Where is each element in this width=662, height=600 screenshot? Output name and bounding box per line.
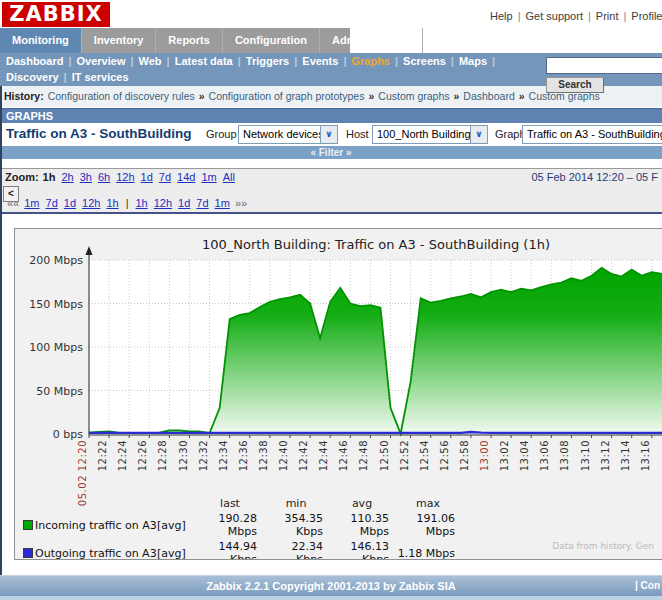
nav-fwd-12h[interactable]: 12h [154,197,172,209]
legend-value: 354.35 Kbps [263,512,329,538]
sub-menu-item-dashboard[interactable]: Dashboard [6,55,63,67]
zoom-option-3h[interactable]: 3h [80,171,92,183]
legend-series-name: Outgoing traffic on A3 [35,547,157,560]
group-label: Group [206,128,237,140]
x-axis-label-13-10: 13:10 [580,440,592,471]
link-separator: | [68,55,71,67]
zoom-option-14d[interactable]: 14d [177,171,195,183]
legend-series-fn: [avg] [157,547,197,560]
host-select-value: 100_North Building [373,126,470,143]
tab-inventory[interactable]: Inventory [82,28,157,53]
host-select[interactable]: 100_North Building ∨ [372,125,488,144]
nav-back-1m[interactable]: 1m [24,197,39,209]
nav-back-7d[interactable]: 7d [46,197,58,209]
x-axis-label-12-58: 12:58 [459,440,471,471]
chevron-down-icon[interactable]: ∨ [470,126,487,143]
link-separator: | [588,10,591,22]
zoom-option-1d[interactable]: 1d [141,171,153,183]
search-input[interactable] [546,57,662,74]
link-separator: | [238,55,241,67]
nav-fwd-1m[interactable]: 1m [215,197,230,209]
sub-menu-item-graphs[interactable]: Graphs [351,55,390,67]
zoom-option-1m[interactable]: 1m [201,171,216,183]
zoom-option-2h[interactable]: 2h [61,171,73,183]
traffic-graph[interactable]: 100_North Building: Traffic on A3 - Sout… [14,228,662,560]
tab-administration[interactable]: Administration [320,28,423,53]
header-link-help[interactable]: Help [490,10,513,22]
graph-select[interactable]: Traffic on A3 - SouthBuilding ∨ [522,125,662,144]
group-select[interactable]: Network devices ∨ [238,125,338,144]
breadcrumb-configuration-of-graph-prototypes[interactable]: Configuration of graph prototypes [209,90,365,102]
legend-series-fn: [avg] [157,519,197,532]
breadcrumb-custom-graphs[interactable]: Custom graphs [378,90,449,102]
nav-fast-forward[interactable]: »» [235,197,247,209]
group-select-value: Network devices [239,126,320,143]
sub-menu-item-overview[interactable]: Overview [77,55,126,67]
nav-fwd-1h[interactable]: 1h [136,197,148,209]
legend-value: 144.94 Kbps [197,540,263,560]
time-control-box: Zoom:1h2h3h6h12h1d7d14d1mAll 05 Feb 2014… [0,168,662,214]
graph-select-value: Traffic on A3 - SouthBuilding [523,126,662,143]
header-link-get-support[interactable]: Get support [525,10,582,22]
breadcrumb-separator: » [454,90,460,102]
period-nav-row: ««1m7d1d12h1h|1h12h1d7d1m»» [5,197,249,209]
nav-fwd-7d[interactable]: 7d [196,197,208,209]
zoom-option-all[interactable]: All [223,171,235,183]
sub-menu-item-maps[interactable]: Maps [459,55,487,67]
nav-back-1d[interactable]: 1d [64,197,76,209]
x-axis-label-12-34: 12:34 [218,440,230,471]
chevron-down-icon[interactable]: ∨ [320,126,337,143]
link-separator: | [64,71,67,83]
zoom-option-6h[interactable]: 6h [98,171,110,183]
zoom-option-12h[interactable]: 12h [116,171,134,183]
legend-series-name: Incoming traffic on A3 [35,519,157,532]
graph-label: Graph [495,128,526,140]
link-separator: | [294,55,297,67]
nav-fast-back[interactable]: «« [7,197,19,209]
x-axis-label-12-32: 12:32 [198,440,210,471]
sub-menu-item-latest-data[interactable]: Latest data [175,55,233,67]
link-separator: | [492,55,495,67]
y-axis-label-50-mbps: 50 Mbps [19,385,83,398]
header-link-print[interactable]: Print [596,10,619,22]
x-axis-label-12-44: 12:44 [318,440,330,471]
nav-back-1h[interactable]: 1h [106,197,118,209]
zoom-selected-1h[interactable]: 1h [43,171,56,183]
legend-header-min: min [263,497,329,510]
sub-menu-item-events[interactable]: Events [302,55,338,67]
legend-value: 110.35 Mbps [329,512,395,538]
filter-toggle[interactable]: « Filter » [0,146,662,159]
x-axis-label-12-56: 12:56 [439,440,451,471]
sub-menu-item-it-services[interactable]: IT services [72,71,129,83]
x-axis-label-12-30: 12:30 [178,440,190,471]
link-separator: | [343,55,346,67]
breadcrumb-separator: » [519,90,525,102]
footer-copyright: Zabbix 2.2.1 Copyright 2001-2013 by Zabb… [206,580,455,592]
tab-monitoring[interactable]: Monitoring [0,28,82,53]
sub-menu-item-triggers[interactable]: Triggers [246,55,289,67]
breadcrumb-dashboard[interactable]: Dashboard [463,90,514,102]
zoom-row: Zoom:1h2h3h6h12h1d7d14d1mAll [5,171,241,183]
sub-menu-item-discovery[interactable]: Discovery [6,71,59,83]
link-separator: | [451,55,454,67]
tab-reports[interactable]: Reports [156,28,223,53]
page-left-border [0,86,2,596]
date-range[interactable]: 05 Feb 2014 12:20 – 05 F [531,171,658,183]
legend-value: 22.34 Kbps [263,540,329,560]
zoom-option-7d[interactable]: 7d [159,171,171,183]
nav-fwd-1d[interactable]: 1d [178,197,190,209]
tab-configuration[interactable]: Configuration [223,28,320,53]
x-axis-label-12-24: 12:24 [117,440,129,471]
x-axis-label-13-12: 13:12 [600,440,612,471]
breadcrumb-configuration-of-discovery-rules[interactable]: Configuration of discovery rules [48,90,195,102]
sub-menu-item-web[interactable]: Web [139,55,162,67]
sub-menu-item-screens[interactable]: Screens [403,55,446,67]
x-axis-label-12-26: 12:26 [137,440,149,471]
zabbix-logo[interactable]: ZABBIX [2,2,110,27]
y-axis-label-200-mbps: 200 Mbps [19,254,83,267]
x-axis-label-12-50: 12:50 [379,440,391,471]
nav-back-12h[interactable]: 12h [82,197,100,209]
header-link-profile[interactable]: Profile [631,10,662,22]
legend-header-last: last [197,497,263,510]
search-button[interactable]: Search [546,77,604,93]
